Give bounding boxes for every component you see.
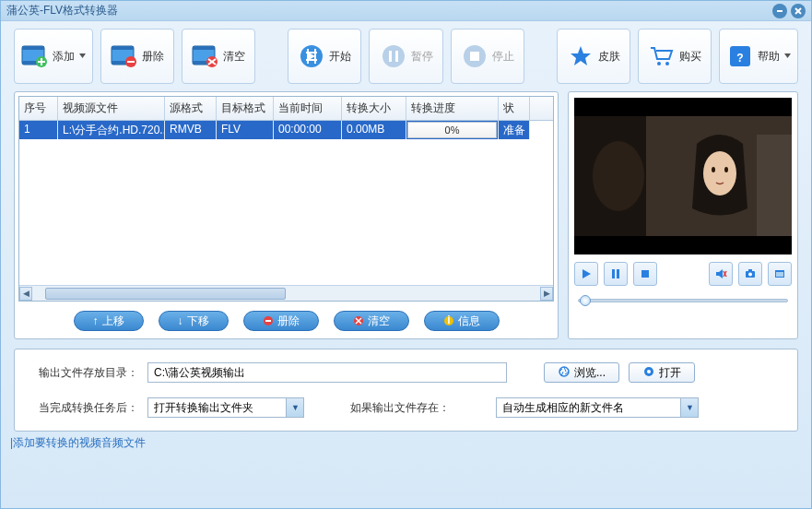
dropdown-icon [784, 53, 791, 60]
svg-rect-25 [395, 51, 398, 62]
add-label: 添加 [53, 49, 75, 65]
up-arrow-icon: ↑ [93, 314, 99, 327]
clear-button[interactable]: 清空 [182, 29, 255, 84]
table-row[interactable]: 1 L:\分手合约.HD.720... RMVB FLV 00:00:00 0.… [19, 121, 553, 139]
svg-rect-59 [748, 269, 752, 271]
svg-point-58 [748, 273, 752, 277]
stop-button[interactable]: 停止 [451, 29, 524, 84]
move-up-button[interactable]: ↑上移 [74, 311, 144, 331]
title-bar: 蒲公英-FLV格式转换器 [1, 1, 811, 21]
window-title: 蒲公英-FLV格式转换器 [6, 3, 118, 18]
svg-rect-53 [641, 270, 649, 278]
svg-point-64 [647, 370, 651, 373]
video-preview[interactable] [574, 98, 792, 254]
gear-icon [642, 365, 655, 381]
fullscreen-button[interactable] [768, 262, 792, 286]
stop-icon [461, 44, 488, 68]
buy-label: 购买 [679, 49, 701, 65]
cell-status: 准备 [499, 121, 530, 139]
cell-srcfmt: RMVB [165, 121, 217, 139]
svg-point-46 [703, 151, 736, 195]
table-header: 序号 视频源文件 源格式 目标格式 当前时间 转换大小 转换进度 状 [19, 97, 553, 121]
cart-icon [648, 44, 676, 68]
scroll-thumb[interactable] [45, 288, 286, 300]
output-dir-input[interactable] [147, 362, 507, 383]
add-button[interactable]: 添加 [14, 29, 93, 84]
help-icon: ? [726, 44, 754, 68]
status-bar: |添加要转换的视频音频文件 [1, 432, 811, 455]
scroll-left-icon[interactable]: ◀ [19, 287, 32, 301]
minus-circle-icon [263, 315, 274, 326]
move-down-button[interactable]: ↓下移 [159, 311, 229, 331]
svg-marker-54 [716, 269, 723, 278]
dropdown-icon [79, 53, 86, 60]
th-dstfmt[interactable]: 目标格式 [217, 97, 274, 120]
svg-rect-4 [22, 46, 44, 50]
svg-point-30 [665, 62, 669, 65]
svg-rect-24 [389, 51, 392, 62]
horizontal-scrollbar[interactable]: ◀ ▶ [19, 285, 553, 301]
svg-rect-11 [112, 46, 134, 50]
file-table[interactable]: 序号 视频源文件 源格式 目标格式 当前时间 转换大小 转换进度 状 1 L:\… [18, 96, 554, 302]
remove-button[interactable]: 册除 [100, 29, 174, 84]
main-toolbar: 添加 册除 清空 开始 暂停 停止 皮肤 购买 ? 帮助 [1, 21, 811, 91]
start-icon [298, 44, 325, 68]
th-size[interactable]: 转换大小 [342, 97, 406, 120]
pause-button[interactable]: 暂停 [369, 29, 442, 84]
after-task-label: 当完成转换任务后： [39, 400, 138, 416]
mute-button[interactable] [709, 262, 733, 286]
if-exists-select[interactable]: 自动生成相应的新文件名▼ [496, 397, 699, 418]
svg-point-44 [593, 141, 644, 211]
svg-text:?: ? [736, 52, 743, 65]
start-label: 开始 [329, 49, 351, 65]
th-progress[interactable]: 转换进度 [406, 97, 499, 120]
svg-marker-28 [571, 46, 591, 65]
scroll-right-icon[interactable]: ▶ [540, 287, 553, 301]
x-circle-icon [353, 315, 364, 326]
pause-preview-button[interactable] [604, 262, 628, 286]
svg-point-62 [559, 367, 569, 376]
clear-list-button[interactable]: 清空 [334, 311, 409, 331]
cell-size: 0.00MB [342, 121, 406, 139]
output-settings-panel: 输出文件存放目录： 浏览... 打开 当完成转换任务后： 打开转换输出文件夹▼ … [14, 349, 798, 432]
help-label: 帮助 [758, 49, 780, 65]
slider-thumb[interactable] [580, 295, 591, 306]
svg-rect-61 [776, 272, 783, 277]
th-status[interactable]: 状 [499, 97, 530, 120]
start-button[interactable]: 开始 [288, 29, 361, 84]
info-button[interactable]: i信息 [424, 311, 500, 331]
output-dir-label: 输出文件存放目录： [39, 365, 138, 381]
seek-slider[interactable] [574, 293, 792, 308]
snapshot-button[interactable] [738, 262, 762, 286]
svg-point-29 [657, 62, 661, 65]
film-clear-icon [192, 44, 219, 68]
skin-button[interactable]: 皮肤 [557, 29, 630, 84]
th-source[interactable]: 视频源文件 [58, 97, 165, 120]
svg-rect-16 [193, 46, 215, 50]
th-srcfmt[interactable]: 源格式 [165, 97, 217, 120]
help-button[interactable]: ? 帮助 [719, 29, 798, 84]
cell-source: L:\分手合约.HD.720... [58, 121, 165, 139]
th-time[interactable]: 当前时间 [274, 97, 342, 120]
film-remove-icon [111, 44, 138, 68]
close-button[interactable] [791, 4, 806, 18]
playback-controls [574, 262, 792, 286]
stop-preview-button[interactable] [633, 262, 657, 286]
stop-label: 停止 [492, 49, 514, 65]
svg-rect-27 [470, 52, 479, 61]
cell-dstfmt: FLV [217, 121, 274, 139]
pause-label: 暂停 [411, 49, 433, 65]
delete-button[interactable]: 册除 [243, 311, 319, 331]
svg-marker-50 [583, 269, 591, 278]
down-arrow-icon: ↓ [178, 314, 183, 327]
th-index[interactable]: 序号 [19, 97, 58, 120]
skin-label: 皮肤 [598, 49, 620, 65]
open-button[interactable]: 打开 [629, 362, 695, 383]
minimize-button[interactable] [772, 4, 787, 18]
buy-button[interactable]: 购买 [638, 29, 712, 84]
browse-button[interactable]: 浏览... [544, 362, 619, 383]
file-list-panel: 序号 视频源文件 源格式 目标格式 当前时间 转换大小 转换进度 状 1 L:\… [14, 91, 559, 339]
play-button[interactable] [574, 262, 598, 286]
after-task-select[interactable]: 打开转换输出文件夹▼ [147, 397, 304, 418]
star-icon [567, 44, 594, 68]
